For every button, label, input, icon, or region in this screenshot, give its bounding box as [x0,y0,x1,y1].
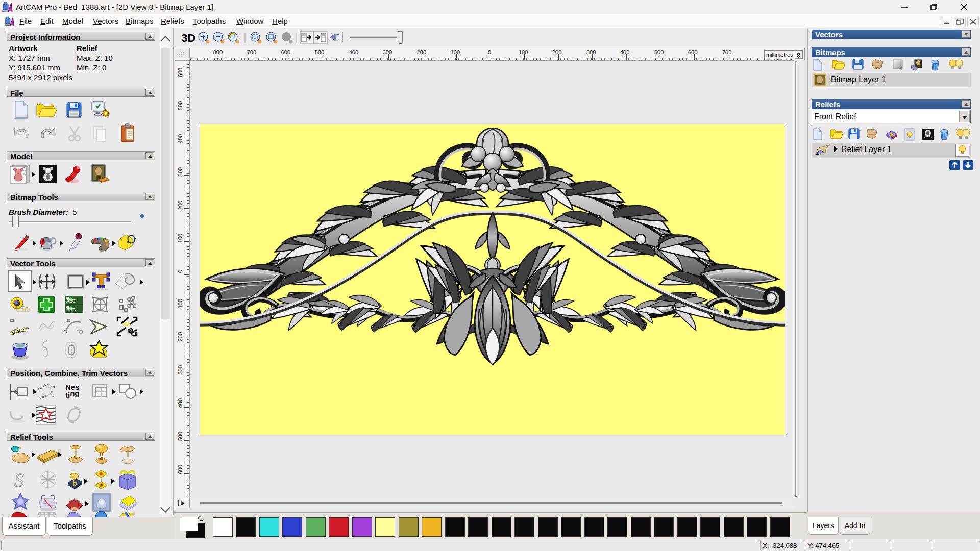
svg-text:BBC: BBC [66,307,76,312]
svg-text:S: S [14,470,24,490]
svg-text:+: + [815,151,819,157]
svg-text:ABC: ABC [66,298,76,304]
svg-text:v e s: v e s [39,394,47,400]
svg-text:ting: ting [65,389,80,399]
svg-text:b: b [72,479,77,487]
